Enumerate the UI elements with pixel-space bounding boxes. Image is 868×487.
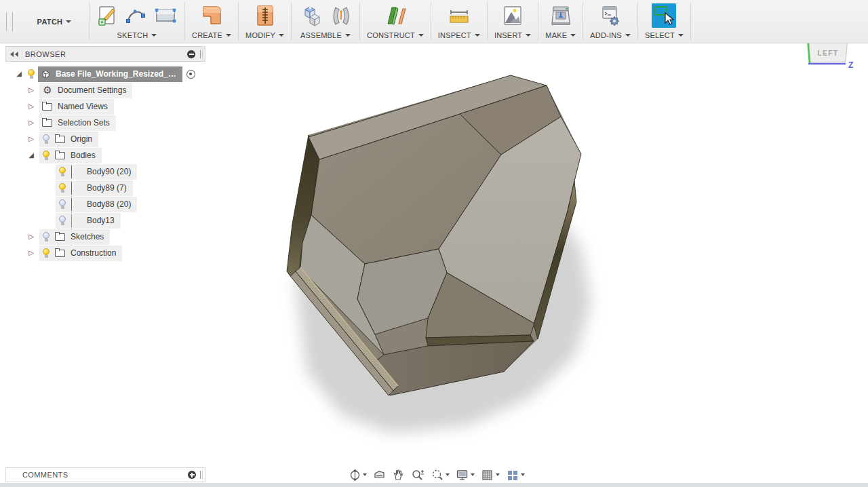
expand-collapse-icon[interactable]: ▷ [27,249,35,257]
add-comment-button[interactable] [188,471,196,479]
scripts-addins-icon[interactable] [598,3,623,28]
create-form-icon[interactable] [199,3,224,28]
grid-snap-button[interactable] [479,468,501,482]
folder-icon [55,248,66,258]
zoom-window-button[interactable] [429,468,451,482]
tree-row-named-views[interactable]: ▷ Named Views [5,98,205,115]
component-icon [41,69,51,79]
create-menu[interactable]: CREATE [192,30,231,41]
chevron-down-icon [151,34,157,37]
visibility-bulb-icon[interactable] [27,69,35,79]
viewcube-front-label[interactable]: LEFT [818,50,839,57]
toolbar-group-insert: INSERT [488,0,538,43]
toolbar-group-select: SELECT [638,0,690,43]
addins-menu[interactable]: ADD-INS [590,30,631,41]
gear-glyph [610,16,619,26]
orbit-button[interactable] [347,468,368,482]
tree-row-document-settings[interactable]: ▷ ⚙ Document Settings [5,82,205,98]
make-menu[interactable]: MAKE [545,30,576,41]
expand-collapse-icon[interactable]: ◢ [27,151,35,159]
insert-image-icon[interactable] [500,3,525,28]
chevron-down-icon [570,34,576,37]
tree-row-selection-sets[interactable]: ▷ Selection Sets [5,115,205,131]
sketch-menu[interactable]: SKETCH [117,30,157,41]
toolbar-group-construct: CONSTRUCT [360,0,431,43]
folder-icon [55,134,66,144]
visibility-bulb-icon[interactable] [42,134,50,144]
press-pull-icon[interactable] [254,3,277,28]
tree-row-body89[interactable]: Body89 (7) [5,180,205,196]
look-at-button[interactable] [372,468,387,482]
construction-plane-icon[interactable] [382,3,408,28]
toolbar-group-modify: MODIFY [239,0,291,43]
spline-icon[interactable] [125,4,148,27]
tree-row-body90[interactable]: Body90 (20) [5,163,205,180]
tree-row-body88[interactable]: Body88 (20) [5,196,205,212]
main-toolbar: PATCH [0,0,868,43]
view-navigation-toolbar [347,467,526,483]
chevron-down-icon [521,473,525,476]
rectangle-icon[interactable] [153,4,178,27]
folder-icon [55,231,66,242]
measure-icon[interactable] [447,3,471,28]
joint-icon[interactable] [330,3,353,28]
pan-button[interactable] [391,468,406,482]
3d-print-icon[interactable] [549,3,573,28]
tree-row-origin[interactable]: ▷ Origin [5,131,205,147]
visibility-bulb-icon[interactable] [42,248,50,258]
visibility-bulb-icon[interactable] [58,183,66,193]
expand-collapse-icon[interactable]: ▷ [27,135,35,143]
workspace-label: PATCH [37,18,63,26]
workspace-selector[interactable]: PATCH [20,0,88,43]
visibility-bulb-icon[interactable] [58,216,66,226]
chevron-down-icon [446,473,450,476]
chevron-down-icon [471,473,475,476]
collapse-all-button[interactable] [187,50,195,58]
expand-collapse-icon[interactable]: ◢ [15,70,23,78]
chevron-down-icon [496,473,500,476]
panel-resize-handle[interactable] [200,50,201,58]
select-icon[interactable] [652,3,676,28]
expand-collapse-icon[interactable]: ▷ [27,233,35,241]
tree-row-bodies[interactable]: ◢ Bodies [5,147,205,163]
expand-collapse-icon[interactable]: ▷ [27,86,35,94]
folder-icon [42,117,53,128]
comments-bar[interactable]: COMMENTS [5,467,205,482]
modify-menu[interactable]: MODIFY [245,30,284,41]
activate-component-radio[interactable] [186,70,195,79]
insert-menu[interactable]: INSERT [494,30,531,41]
create-sketch-icon[interactable] [96,4,119,27]
visibility-bulb-icon[interactable] [58,199,66,210]
chevron-down-icon [526,34,531,37]
tree-row-body13[interactable]: Body13 [5,212,205,229]
expand-collapse-icon[interactable]: ▷ [27,119,35,127]
toolbar-group-make: MAKE [538,0,583,43]
zoom-button[interactable] [410,468,426,482]
new-component-icon[interactable] [298,3,324,28]
tree-row-sketches[interactable]: ▷ Sketches [5,229,205,245]
browser-header: BROWSER [5,46,205,62]
chevron-down-icon [279,34,284,37]
panel-resize-handle[interactable] [200,471,201,479]
collapse-panel-icon[interactable] [10,52,20,57]
construct-menu[interactable]: CONSTRUCT [367,30,424,41]
display-settings-button[interactable] [454,468,476,482]
expand-collapse-icon[interactable]: ▷ [27,102,35,111]
visibility-bulb-icon[interactable] [58,167,66,177]
chevron-down-icon [625,34,631,37]
toolbar-group-addins: ADD-INS [583,0,637,43]
visibility-bulb-icon[interactable] [42,232,50,242]
assemble-menu[interactable]: ASSEMBLE [300,30,351,41]
inspect-menu[interactable]: INSPECT [438,30,480,41]
chevron-down-icon [475,34,480,37]
comments-label: COMMENTS [22,471,188,479]
viewports-button[interactable] [505,468,526,482]
tree-row-construction[interactable]: ▷ Construction [5,245,205,261]
tree-row-root[interactable]: ◢ Base File_Working_Resized_… [5,66,205,82]
visibility-bulb-icon[interactable] [42,151,50,161]
select-menu[interactable]: SELECT [645,30,684,41]
chevron-down-icon [363,473,367,476]
chevron-down-icon [678,34,684,37]
toolbar-grip-handle[interactable] [6,12,13,31]
chevron-down-icon [418,34,424,37]
